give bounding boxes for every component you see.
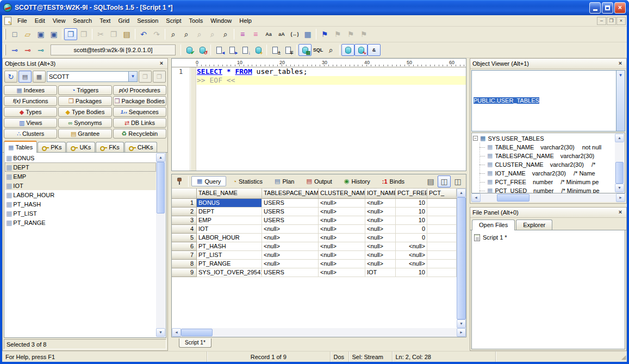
tab-uks[interactable]: UKs — [66, 142, 95, 152]
grid-cell[interactable]: DEPT — [197, 208, 262, 216]
split-cell-add-button[interactable]: ◫ — [438, 175, 451, 187]
grid-cell[interactable] — [427, 225, 457, 234]
scroll-up-icon[interactable]: ▲ — [156, 153, 165, 162]
scrollbar-thumb[interactable] — [181, 329, 213, 336]
grid-cell[interactable] — [427, 251, 457, 260]
grid-cell[interactable]: <null> — [262, 234, 319, 242]
uppercase-button[interactable]: aA — [275, 28, 288, 40]
grid-cell[interactable]: <null> — [319, 225, 365, 234]
grid-cell[interactable]: <null> — [396, 260, 427, 268]
table-list-item[interactable]: ▦EMP — [5, 172, 156, 181]
schema-combo[interactable]: SCOTT ▼ — [47, 71, 138, 82]
object-type-button-functions[interactable]: f(x)Functions — [4, 96, 57, 106]
tab-tables[interactable]: ▦Tables — [4, 141, 37, 153]
step-back-button[interactable]: ∓ — [282, 44, 295, 56]
tree-column-node[interactable]: ▦PCT_USEDnumber/* Minimum pe — [473, 186, 615, 194]
rollback-button[interactable]: ↺ — [196, 44, 209, 56]
table-list-item[interactable]: ▦BONUS — [5, 153, 156, 162]
scroll-right-icon[interactable]: ► — [457, 328, 466, 337]
row-number[interactable]: 1 — [172, 199, 197, 208]
scrollbar-thumb[interactable] — [615, 162, 624, 184]
find-previous-button[interactable]: ⌕ — [206, 28, 219, 40]
session-statistics-button[interactable]: ∿ — [354, 44, 368, 56]
find-selected-button[interactable]: ⌕ — [219, 28, 232, 40]
tree-column-node[interactable]: ▦TABLESPACE_NAMEvarchar2(30) — [473, 152, 615, 160]
save-file-button[interactable]: ▣ — [34, 28, 47, 40]
grid-cell[interactable] — [427, 260, 457, 268]
open-file-item[interactable]: Script 1 * — [474, 233, 622, 242]
grid-cell[interactable]: <null> — [365, 216, 396, 225]
mdi-minimize-button[interactable]: – — [597, 17, 606, 25]
replace-button[interactable]: ⌕ — [180, 28, 193, 40]
disconnect-button[interactable]: ⊸ — [21, 44, 34, 56]
new-file-button[interactable]: □ — [8, 28, 21, 40]
tree-column-node[interactable]: ▦IOT_NAMEvarchar2(30)/* Name — [473, 169, 615, 178]
results-tab-output[interactable]: ▤Output — [301, 176, 337, 186]
undo-button[interactable]: ↶ — [137, 28, 150, 40]
sql-console-button[interactable]: SQL — [312, 44, 325, 56]
copy-with-format-button[interactable]: ❐ — [64, 28, 77, 40]
unindent-button[interactable]: ≡ — [249, 28, 262, 40]
tab-open-files[interactable]: Open Files — [472, 219, 515, 230]
tab-explorer[interactable]: Explorer — [516, 219, 552, 230]
grid-cell[interactable]: USERS — [262, 208, 319, 216]
object-viewer-close-icon[interactable]: × — [616, 60, 624, 67]
object-type-button-recyclebin[interactable]: ♻Recyclebin — [113, 129, 166, 139]
menu-tools[interactable]: Tools — [185, 16, 207, 25]
grid-cell[interactable]: PT_HASH — [197, 242, 262, 251]
pin-alt-3-button[interactable]: ⚑ — [357, 28, 370, 40]
resize-grip[interactable]: ◢ — [618, 352, 627, 362]
row-number[interactable]: 5 — [172, 234, 197, 242]
session-selector[interactable]: scott@test9:w2k-9i [9.2.0.1.0] — [51, 45, 176, 55]
lowercase-button[interactable]: Aa — [262, 28, 275, 40]
pin-alt-1-button[interactable]: ⚑ — [331, 28, 344, 40]
grid-cell[interactable] — [427, 242, 457, 251]
grid-cell[interactable]: <null> — [262, 260, 319, 268]
scroll-down-icon[interactable]: ▼ — [156, 328, 165, 337]
table-list-item[interactable]: ▦DEPT — [5, 162, 156, 172]
menu-search[interactable]: Search — [69, 16, 96, 25]
step-forward-button[interactable]: ± — [269, 44, 282, 56]
tree-column-node[interactable]: ▦TABLE_NAMEvarchar2(30)not null — [473, 143, 615, 152]
grid-cell[interactable]: <null> — [319, 208, 365, 216]
row-number[interactable]: 4 — [172, 225, 197, 234]
menu-file[interactable]: File — [14, 16, 31, 25]
menu-session[interactable]: Session — [133, 16, 162, 25]
mdi-close-button[interactable]: × — [616, 17, 626, 25]
grid-hscrollbar[interactable]: ◄ ► — [172, 328, 466, 337]
copy-names-button[interactable]: ❐ — [139, 71, 152, 83]
execute-in-new-slot-button[interactable]: ＋ — [252, 44, 265, 56]
grid-cell[interactable]: USERS — [262, 268, 319, 277]
copy-button[interactable]: ❐ — [107, 28, 120, 40]
menu-window[interactable]: Window — [207, 16, 235, 25]
grid-cell[interactable]: USERS — [262, 216, 319, 225]
column-header-pct_free[interactable]: PCT_FREE — [396, 189, 427, 199]
find-object-button[interactable]: ⌕ — [325, 44, 338, 56]
view-list-button[interactable]: ▤ — [18, 71, 32, 83]
grid-cell[interactable]: <null> — [319, 216, 365, 225]
load-ddl-button[interactable]: ▤ — [298, 44, 312, 56]
scroll-down-icon[interactable]: ▼ — [457, 319, 466, 328]
paste-button[interactable]: ▤ — [120, 28, 133, 40]
expander-minus-icon[interactable]: − — [473, 136, 478, 141]
view-details-button[interactable]: ▦ — [33, 71, 46, 83]
table-list-item[interactable]: ▦PT_HASH — [5, 199, 156, 209]
menu-view[interactable]: View — [49, 16, 70, 25]
scroll-left-icon[interactable]: ◄ — [471, 193, 481, 202]
close-button[interactable]: × — [614, 2, 626, 14]
grid-cell[interactable]: <null> — [365, 234, 396, 242]
grid-cell[interactable]: EMP — [197, 216, 262, 225]
row-number[interactable]: 6 — [172, 242, 197, 251]
file-panel-close-icon[interactable]: × — [616, 209, 624, 216]
object-type-button-db-links[interactable]: ⇄DB Links — [113, 118, 166, 128]
maximize-button[interactable] — [602, 2, 613, 14]
chevron-down-icon[interactable]: ▼ — [128, 72, 137, 81]
editor-body[interactable]: 1 SELECT * FROM user_tables; >> EOF << — [172, 67, 466, 171]
mdi-restore-button[interactable]: ❐ — [607, 17, 616, 25]
grid-cell[interactable]: <null> — [365, 242, 396, 251]
grid-cell[interactable]: SYS_IOT_OVER_29541 — [197, 268, 262, 277]
save-all-button[interactable]: ▣ — [47, 28, 60, 40]
grid-cell[interactable]: USERS — [262, 199, 319, 208]
form-view-button[interactable]: ▤ — [424, 175, 437, 187]
results-tab-binds[interactable]: :1Binds — [377, 177, 410, 186]
